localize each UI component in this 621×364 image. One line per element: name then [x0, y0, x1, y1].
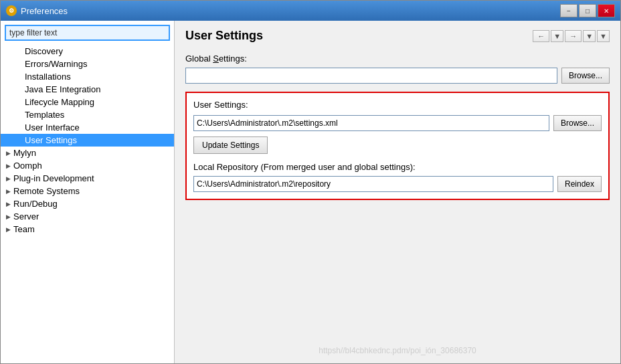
menu-dropdown-icon: ▼: [600, 32, 607, 40]
sidebar-item-mylyn[interactable]: ▶ Mylyn: [1, 147, 174, 159]
global-browse-button[interactable]: Browse...: [561, 68, 610, 84]
team-arrow-icon: ▶: [6, 226, 11, 233]
sidebar-item-remote-systems[interactable]: ▶ Remote Systems: [1, 185, 174, 197]
menu-dropdown-button[interactable]: ▼: [597, 30, 610, 42]
plugin-dev-label: Plug-in Development: [13, 173, 94, 183]
remote-systems-label: Remote Systems: [13, 186, 80, 196]
main-panel: User Settings ← ▼ → ▼ ▼: [175, 21, 620, 363]
global-settings-label: Global Settings:: [185, 54, 610, 64]
update-settings-button[interactable]: Update Settings: [193, 136, 268, 154]
tree-container: Discovery Errors/Warnings Installations …: [1, 45, 174, 363]
global-settings-input[interactable]: [185, 68, 557, 84]
run-debug-arrow-icon: ▶: [6, 201, 11, 207]
oomph-label: Oomph: [13, 161, 42, 171]
global-label-text: Global Settings:: [185, 54, 247, 64]
user-settings-browse-button[interactable]: Browse...: [553, 115, 602, 131]
sidebar-item-run-debug[interactable]: ▶ Run/Debug: [1, 197, 174, 210]
team-label: Team: [13, 224, 35, 234]
user-settings-subsection: User Settings: Browse... Update Settings: [193, 100, 602, 154]
lifecycle-label: Lifecycle Mapping: [25, 97, 94, 107]
user-settings-label-sidebar: User Settings: [25, 135, 77, 145]
forward-dropdown-button[interactable]: ▼: [583, 30, 596, 42]
sidebar-item-installations[interactable]: Installations: [1, 70, 174, 83]
local-repo-row: Reindex: [193, 176, 602, 192]
discovery-label: Discovery: [25, 46, 63, 56]
templates-label: Templates: [25, 110, 64, 120]
back-dropdown-icon: ▼: [553, 32, 561, 40]
installations-label: Installations: [25, 72, 71, 82]
app-icon: ⚙: [6, 5, 17, 16]
sidebar-item-user-interface[interactable]: User Interface: [1, 121, 174, 134]
sidebar-item-discovery[interactable]: Discovery: [1, 45, 174, 58]
user-settings-input[interactable]: [193, 115, 549, 131]
back-button[interactable]: ←: [533, 30, 549, 42]
forward-button[interactable]: →: [565, 30, 582, 42]
back-dropdown-button[interactable]: ▼: [551, 30, 563, 42]
reindex-button[interactable]: Reindex: [557, 176, 602, 192]
local-repo-section: Local Repository (From merged user and g…: [193, 162, 602, 192]
run-debug-label: Run/Debug: [13, 199, 58, 209]
maximize-button[interactable]: □: [579, 4, 596, 17]
preferences-window: ⚙ Preferences − □ ✕ Discovery Errors/War…: [0, 0, 621, 364]
user-interface-label: User Interface: [25, 122, 80, 132]
user-settings-sublabel: User Settings:: [193, 100, 602, 110]
content-area: Discovery Errors/Warnings Installations …: [1, 21, 620, 363]
server-label: Server: [13, 211, 39, 221]
sidebar-item-oomph[interactable]: ▶ Oomph: [1, 159, 174, 172]
mylyn-arrow-icon: ▶: [6, 150, 11, 157]
server-arrow-icon: ▶: [6, 213, 11, 220]
search-input[interactable]: [5, 25, 170, 41]
sidebar-item-server[interactable]: ▶ Server: [1, 210, 174, 223]
sidebar: Discovery Errors/Warnings Installations …: [1, 21, 175, 363]
errors-warnings-label: Errors/Warnings: [25, 59, 87, 69]
close-button[interactable]: ✕: [598, 4, 615, 17]
minimize-button[interactable]: −: [560, 4, 578, 17]
window-controls: − □ ✕: [560, 4, 615, 17]
back-icon: ←: [537, 32, 545, 40]
sidebar-item-java-ee[interactable]: Java EE Integration: [1, 83, 174, 96]
mylyn-label: Mylyn: [13, 148, 36, 158]
sidebar-item-user-settings[interactable]: User Settings: [1, 134, 174, 147]
user-settings-row: Browse...: [193, 115, 602, 131]
panel-title: User Settings: [185, 29, 263, 43]
global-settings-row: Browse...: [185, 68, 610, 84]
oomph-arrow-icon: ▶: [6, 163, 11, 169]
sidebar-item-lifecycle[interactable]: Lifecycle Mapping: [1, 96, 174, 108]
panel-header: User Settings ← ▼ → ▼ ▼: [185, 29, 610, 43]
remote-arrow-icon: ▶: [6, 188, 11, 195]
plugin-arrow-icon: ▶: [6, 175, 11, 182]
local-repo-label: Local Repository (From merged user and g…: [193, 162, 602, 172]
sidebar-item-plugin-dev[interactable]: ▶ Plug-in Development: [1, 172, 174, 185]
forward-icon: →: [569, 32, 577, 40]
forward-dropdown-icon: ▼: [586, 32, 593, 40]
sidebar-item-team[interactable]: ▶ Team: [1, 223, 174, 236]
window-title: Preferences: [21, 6, 560, 16]
global-settings-section: Global Settings: Browse...: [185, 54, 610, 84]
titlebar: ⚙ Preferences − □ ✕: [1, 1, 620, 21]
sidebar-item-templates[interactable]: Templates: [1, 108, 174, 121]
user-settings-text: User Settings:: [193, 100, 248, 110]
local-repo-input[interactable]: [193, 176, 553, 192]
java-ee-label: Java EE Integration: [25, 84, 100, 94]
user-settings-red-section: User Settings: Browse... Update Settings…: [185, 92, 610, 200]
watermark-text: httpsh//bl4cbhkednc.pdm/poi_ión_30686370: [185, 339, 610, 355]
nav-buttons: ← ▼ → ▼ ▼: [533, 30, 610, 42]
sidebar-item-errors-warnings[interactable]: Errors/Warnings: [1, 58, 174, 70]
